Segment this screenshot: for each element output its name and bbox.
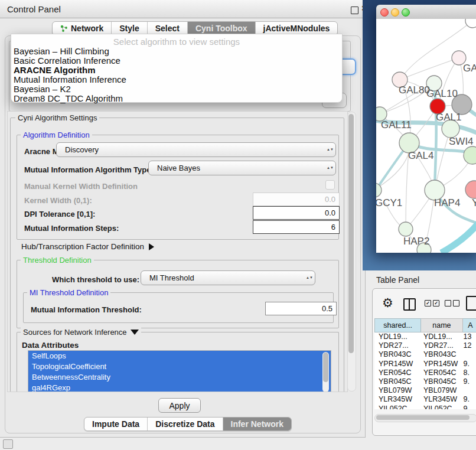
algorithm-option-aracne[interactable]: ARACNE Algorithm: [11, 66, 342, 75]
stepper-arrows-icon: ▲▼: [304, 276, 315, 279]
aracne-mode-combobox[interactable]: Discovery ▲▼: [56, 142, 336, 157]
dpi-tolerance-field[interactable]: 0.0: [253, 206, 340, 220]
algorithm-dropdown-popup: Select algorithm to view settings Bayesi…: [11, 34, 343, 103]
tab-jactivemnodules[interactable]: jActiveMNodules: [256, 22, 338, 35]
manual-kernel-width-checkbox[interactable]: [325, 180, 335, 190]
checked-box-icon: ✓: [425, 300, 431, 306]
mi-threshold-field[interactable]: 0.5: [265, 302, 337, 315]
table-panel-title: Table Panel: [376, 275, 419, 285]
list-item-selfloops[interactable]: SelfLoops: [28, 351, 331, 361]
node-label: GAL4: [408, 150, 433, 161]
table-row[interactable]: YBR045CYBR045C9.: [374, 377, 476, 386]
table-row[interactable]: YER054CYER054C8.: [374, 369, 476, 377]
attributes-list-scroll-thumb[interactable]: [323, 353, 328, 382]
table-row[interactable]: YDL19...YDL19...13: [374, 332, 476, 341]
tab-select[interactable]: Select: [148, 22, 188, 35]
column-header-label: name: [432, 321, 451, 330]
sources-title: Sources for Network Inference: [23, 328, 127, 337]
sources-expander[interactable]: Sources for Network Inference: [21, 328, 141, 337]
kernel-width-field[interactable]: 0.0: [253, 193, 340, 206]
split-columns-icon[interactable]: [403, 298, 416, 311]
select-all-columns-icon[interactable]: ✓ ✓: [425, 300, 439, 306]
list-item-gal4rgexp[interactable]: gal4RGexp: [28, 383, 331, 392]
table-horizontal-scrollbar[interactable]: [374, 414, 476, 422]
tab-infer-network[interactable]: Infer Network: [223, 418, 291, 431]
node-label: HAP2: [403, 236, 429, 247]
algorithm-option-mutual-information[interactable]: Mutual Information Inference: [11, 75, 342, 84]
tab-discretize-data-label: Discretize Data: [155, 419, 214, 429]
table-row[interactable]: YLR345WYLR345W9.: [374, 395, 476, 404]
tab-cyni-toolbox[interactable]: Cyni Toolbox: [188, 22, 256, 35]
deselect-all-columns-icon[interactable]: [445, 300, 459, 306]
network-node[interactable]: [465, 19, 476, 28]
node-label: GAL10: [426, 88, 458, 99]
node-label: GAL80: [399, 84, 430, 96]
column-header-label: A: [468, 321, 472, 330]
minimize-traffic-light-icon[interactable]: [391, 8, 399, 17]
node-label: GAL11: [381, 119, 412, 131]
mi-algorithm-type-combobox[interactable]: Naive Bayes ▲▼: [148, 161, 336, 175]
network-node-hap2[interactable]: [399, 222, 413, 236]
algorithm-option-bayesian-k2[interactable]: Bayesian – K2: [11, 84, 342, 94]
data-attributes-label: Data Attributes: [22, 341, 79, 350]
attributes-list-scrollbar[interactable]: [322, 352, 329, 392]
network-graph: GAL GAL80 GAL10 GAL1 GAL11 GAL4 SWI4 GCY…: [376, 19, 476, 253]
tab-style[interactable]: Style: [112, 22, 147, 35]
settings-scrollbar[interactable]: [347, 112, 356, 392]
table-row[interactable]: YIL052CYIL052C9: [374, 405, 476, 409]
tab-infer-network-label: Infer Network: [231, 419, 283, 429]
dpi-tolerance-value: 0.0: [325, 208, 335, 217]
expand-right-icon: [149, 243, 154, 250]
stepper-arrows-icon: ▲▼: [325, 148, 335, 151]
tab-style-label: Style: [119, 24, 139, 33]
mi-steps-label: Mutual Information Steps:: [24, 224, 119, 233]
network-node[interactable]: [464, 146, 476, 164]
column-header-shared-name[interactable]: shared...: [374, 318, 421, 332]
mi-threshold-label: Mutual Information Threshold:: [31, 305, 142, 314]
tab-select-label: Select: [155, 24, 180, 33]
cyni-settings-scrollpane: Cyni Algorithm Settings Algorithm Defini…: [7, 111, 348, 392]
close-traffic-light-icon[interactable]: [380, 8, 389, 17]
zoom-traffic-light-icon[interactable]: [402, 8, 410, 17]
kernel-width-value: 0.0: [325, 195, 335, 204]
tab-impute-data[interactable]: Impute Data: [84, 418, 148, 431]
network-canvas[interactable]: GAL GAL80 GAL10 GAL1 GAL11 GAL4 SWI4 GCY…: [376, 19, 476, 253]
table-row[interactable]: YDR27...YDR27...12: [374, 341, 476, 350]
settings-scroll-thumb[interactable]: [348, 114, 354, 353]
tab-discretize-data[interactable]: Discretize Data: [148, 418, 223, 431]
network-node-y[interactable]: [465, 181, 476, 198]
table-row[interactable]: YBR043CYBR043C: [374, 350, 476, 359]
tab-network[interactable]: Network: [53, 22, 112, 35]
expand-down-icon: [131, 330, 139, 335]
column-header-partial[interactable]: A: [463, 318, 476, 332]
node-label: HAP4: [434, 197, 460, 208]
algorithm-option-basic-correlation[interactable]: Basic Correlation Inference: [11, 56, 342, 66]
algorithm-definition-title: Algorithm Definition: [21, 131, 92, 139]
column-header-name[interactable]: name: [421, 318, 462, 332]
threshold-definition-title: Threshold Definition: [21, 256, 94, 265]
panel-grip-icon[interactable]: [3, 439, 13, 449]
export-table-icon[interactable]: [466, 296, 476, 311]
table-row[interactable]: YBL079WYBL079W: [374, 386, 476, 395]
which-threshold-combobox[interactable]: MI Threshold ▲▼: [141, 270, 315, 285]
cyni-algorithm-settings-title: Cyni Algorithm Settings: [15, 113, 99, 122]
gear-icon[interactable]: ⚙: [382, 296, 393, 310]
float-window-icon[interactable]: [351, 6, 358, 14]
data-attributes-list: SelfLoops TopologicalCoefficient Between…: [28, 350, 331, 392]
table-row[interactable]: YPR145WYPR145W9.: [374, 360, 476, 369]
node-label: GAL1: [436, 112, 461, 123]
list-item-topologicalcoefficient[interactable]: TopologicalCoefficient: [28, 361, 331, 372]
mi-steps-field[interactable]: 6: [253, 220, 340, 234]
algorithm-option-bayesian-hill-climbing[interactable]: Bayesian – Hill Climbing: [11, 47, 342, 56]
apply-button[interactable]: Apply: [158, 398, 201, 413]
table-horizontal-scroll-thumb[interactable]: [376, 415, 470, 420]
list-item-betweennesscentrality[interactable]: BetweennessCentrality: [28, 372, 331, 383]
node-label: SWI4: [449, 136, 474, 147]
network-window-titlebar[interactable]: [376, 5, 476, 19]
hub-definition-expander[interactable]: Hub/Transcription Factor Definition: [21, 242, 154, 251]
algorithm-option-dream8[interactable]: Dream8 DC_TDC Algorithm: [11, 94, 342, 103]
mi-steps-value: 6: [331, 223, 335, 231]
control-panel-title: Control Panel: [7, 4, 61, 14]
node-label: Y: [472, 197, 476, 208]
hub-definition-label: Hub/Transcription Factor Definition: [21, 242, 144, 251]
